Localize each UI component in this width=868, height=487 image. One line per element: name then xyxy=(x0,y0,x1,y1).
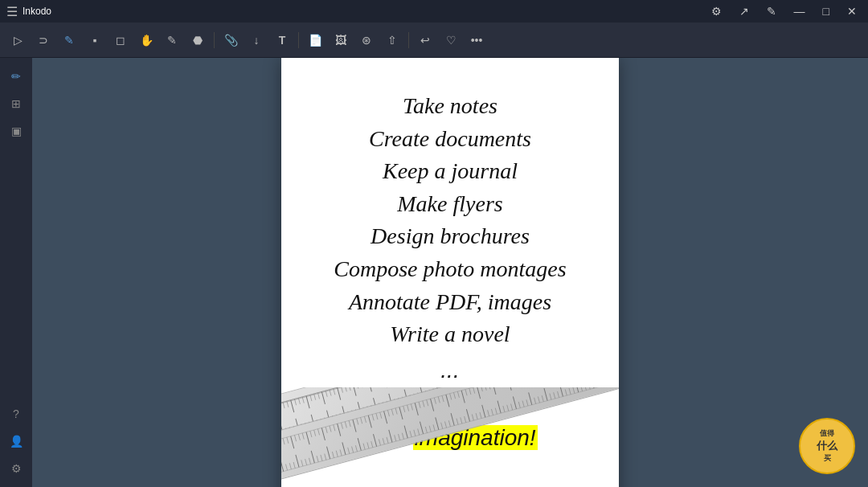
svg-line-49 xyxy=(302,397,304,403)
undo-tool-icon[interactable]: ↩ xyxy=(414,29,436,51)
list-item: Create documents xyxy=(305,123,595,156)
close-button[interactable]: ✕ xyxy=(842,3,862,19)
settings-icon[interactable]: ⚙ xyxy=(706,3,727,19)
svg-line-340 xyxy=(321,455,322,461)
svg-line-332 xyxy=(305,459,307,465)
svg-line-45 xyxy=(295,399,297,405)
export-tool-icon[interactable]: ⊛ xyxy=(355,29,378,51)
document-ellipsis: ... xyxy=(305,358,595,383)
document-footer: The only limit is your imagination! xyxy=(305,390,595,455)
svg-line-46 xyxy=(301,424,303,430)
svg-line-47 xyxy=(298,398,300,404)
toolbar-sep-3 xyxy=(408,32,409,48)
svg-line-338 xyxy=(317,456,318,462)
toolbar-sep-1 xyxy=(214,32,215,48)
svg-line-41 xyxy=(287,401,289,407)
toolbar: ▷ ⊃ ✎ ▪ ◻ ✋ ✎ ⬣ 📎 ↓ T 📄 🖼 ⊛ ⇧ ↩ ♡ ••• xyxy=(0,23,868,58)
pencil-tool-icon[interactable]: ✎ xyxy=(161,29,183,51)
svg-line-323 xyxy=(283,438,285,444)
svg-line-327 xyxy=(291,436,294,448)
canvas-area[interactable]: Take notes Create documents Keep a journ… xyxy=(32,58,868,487)
maximize-button[interactable]: □ xyxy=(818,3,834,19)
watermark-top: 值得 xyxy=(820,428,834,439)
svg-line-320 xyxy=(281,459,284,471)
watermark-badge: 值得 什么 买 xyxy=(799,418,855,474)
document-text-list: Take notes Create documents Keep a journ… xyxy=(305,90,595,351)
svg-line-38 xyxy=(285,428,287,435)
sidebar-item-media[interactable]: ▣ xyxy=(4,119,28,143)
list-item: Design brochures xyxy=(305,220,595,253)
app-name: Inkodo xyxy=(23,6,51,17)
svg-line-325 xyxy=(287,437,289,444)
hand-tool-icon[interactable]: ✋ xyxy=(135,29,158,51)
list-item: Compose photo montages xyxy=(305,253,595,286)
more-tool-icon[interactable]: ••• xyxy=(465,29,488,51)
list-item: Make flyers xyxy=(305,188,595,221)
clip-tool-icon[interactable]: 📎 xyxy=(219,29,242,51)
watermark-bottom: 买 xyxy=(824,453,831,464)
sidebar-item-library[interactable]: ⊞ xyxy=(4,92,28,116)
lasso-tool-icon[interactable]: ⊃ xyxy=(32,29,55,51)
svg-line-126 xyxy=(457,387,458,388)
svg-line-42 xyxy=(293,426,295,432)
svg-line-334 xyxy=(309,458,310,464)
marker-tool-icon[interactable]: ▪ xyxy=(84,29,106,51)
photo-tool-icon[interactable]: 🖼 xyxy=(330,29,352,51)
svg-line-39 xyxy=(283,402,285,408)
shape-tool-icon[interactable]: ⬣ xyxy=(186,29,209,51)
titlebar: ☰ Inkodo ⚙ ↗ ✎ — □ ✕ xyxy=(0,0,868,23)
watermark-brand: 什么 xyxy=(817,439,837,453)
share-tool-icon[interactable]: ⇧ xyxy=(381,29,403,51)
sidebar-item-account[interactable]: 👤 xyxy=(4,429,28,453)
footer-line1: The only limit is xyxy=(373,393,528,418)
list-item: Annotate PDF, images xyxy=(305,286,595,319)
footer-line2: your imagination! xyxy=(362,425,537,450)
edit-icon[interactable]: ✎ xyxy=(762,3,781,19)
svg-line-328 xyxy=(296,455,299,467)
select-tool-icon[interactable]: ▷ xyxy=(6,29,29,51)
footer-your: your xyxy=(362,425,412,450)
window-controls: ⚙ ↗ ✎ — □ ✕ xyxy=(706,3,862,19)
svg-line-77 xyxy=(357,387,358,388)
footer-highlighted: imagination! xyxy=(413,425,538,450)
svg-line-324 xyxy=(289,463,291,469)
text-tool-icon[interactable]: T xyxy=(271,29,293,51)
main-area: ✏ ⊞ ▣ ? 👤 ⚙ Take notes Create documents … xyxy=(0,58,868,487)
image-tool-icon[interactable]: ↓ xyxy=(245,29,268,51)
hamburger-icon[interactable]: ☰ xyxy=(6,4,18,19)
toolbar-sep-2 xyxy=(298,32,299,48)
share-icon[interactable]: ↗ xyxy=(735,3,754,19)
list-item: Keep a journal xyxy=(305,155,595,188)
sidebar: ✏ ⊞ ▣ ? 👤 ⚙ xyxy=(0,58,32,487)
svg-line-36 xyxy=(281,423,284,435)
pen-tool-icon[interactable]: ✎ xyxy=(58,29,80,51)
list-item: Take notes xyxy=(305,90,595,123)
eraser-tool-icon[interactable]: ◻ xyxy=(109,29,132,51)
svg-line-331 xyxy=(298,434,300,440)
svg-line-322 xyxy=(285,464,287,471)
svg-line-326 xyxy=(293,462,295,469)
document-page: Take notes Create documents Keep a journ… xyxy=(281,58,619,487)
sidebar-item-settings[interactable]: ⚙ xyxy=(4,456,28,481)
favorite-tool-icon[interactable]: ♡ xyxy=(440,29,462,51)
sidebar-item-pen[interactable]: ✏ xyxy=(4,64,28,88)
svg-line-44 xyxy=(296,419,299,431)
svg-line-329 xyxy=(295,435,297,441)
svg-line-40 xyxy=(289,427,291,433)
svg-line-480 xyxy=(591,387,594,388)
sidebar-item-help[interactable]: ? xyxy=(4,402,28,426)
minimize-button[interactable]: — xyxy=(789,3,810,19)
svg-line-333 xyxy=(302,433,304,440)
page-tool-icon[interactable]: 📄 xyxy=(304,29,326,51)
list-item: Write a novel xyxy=(305,318,595,351)
svg-line-43 xyxy=(291,400,294,412)
svg-line-330 xyxy=(301,460,303,466)
